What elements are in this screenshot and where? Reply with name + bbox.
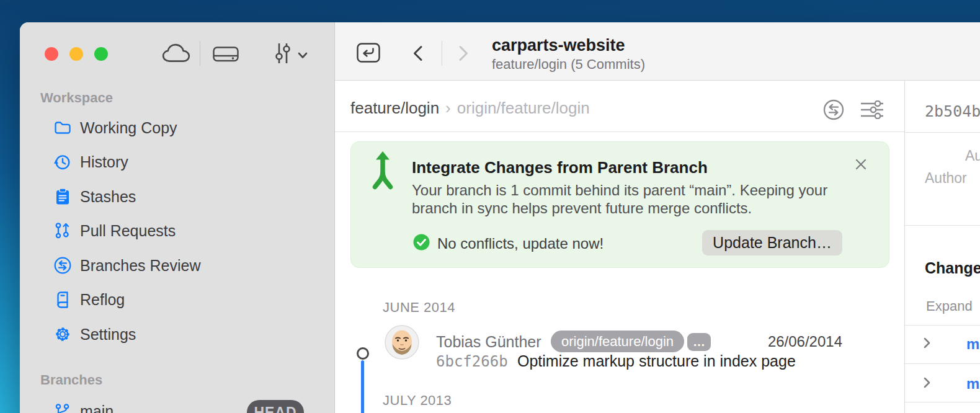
commit-author: Tobias Günther [436, 333, 541, 351]
branches-review-icon [53, 256, 72, 275]
timeline-node [357, 347, 369, 360]
nav-divider [442, 41, 442, 66]
avatar [385, 325, 419, 362]
reflog-book-icon [53, 290, 72, 309]
sidebar-item-stashes[interactable]: Stashes [45, 181, 318, 212]
history-pane: feature/login›origin/feature/login [335, 81, 904, 413]
repo-subtitle: feature/login (5 Commits) [492, 56, 645, 73]
banner-title: Integrate Changes from Parent Branch [412, 158, 708, 177]
chevron-right-icon[interactable] [924, 377, 930, 391]
sidebar-item-working-copy[interactable]: Working Copy [45, 112, 318, 143]
commit-detail-panel: 2b504b Author Author Changes Expand m m [904, 81, 980, 413]
back-button[interactable] [411, 45, 425, 64]
workspace-section-header: Workspace [40, 90, 113, 106]
integrate-banner: Integrate Changes from Parent Branch You… [350, 141, 889, 268]
more-refs-badge[interactable]: … [687, 333, 711, 351]
detail-author-label: Author [925, 170, 967, 187]
branch-name: main [80, 402, 114, 413]
zoom-window-button[interactable] [94, 47, 108, 61]
desktop: { "colors": { "accent_blue": "#107bfc", … [0, 0, 980, 413]
pull-request-icon [53, 221, 72, 240]
sidebar-item-label: Branches Review [80, 257, 201, 275]
filter-sliders-icon[interactable] [860, 100, 884, 122]
divider [905, 363, 980, 364]
sidebar-item-label: Stashes [80, 188, 136, 206]
sidebar-item-label: Working Copy [80, 119, 177, 137]
open-repository-icon[interactable] [357, 42, 380, 66]
sidebar-item-pull-requests[interactable]: Pull Requests [45, 215, 318, 246]
sidebar-item-settings[interactable]: Settings [45, 319, 318, 350]
sidebar-item-history[interactable]: History [45, 146, 318, 177]
branches-section-header: Branches [40, 372, 102, 388]
cloud-icon[interactable] [162, 43, 190, 66]
history-icon [53, 153, 72, 171]
check-circle-icon [413, 234, 430, 253]
repo-title: carparts-website [492, 36, 625, 55]
breadcrumb-tracking-branch[interactable]: origin/feature/login [457, 99, 590, 117]
app-window: Workspace Working Copy History [20, 22, 980, 413]
commit-hash: 6bcf266b [436, 353, 508, 370]
minimize-window-button[interactable] [69, 47, 83, 61]
head-badge: HEAD [247, 400, 304, 413]
sidebar-item-label: Settings [80, 326, 136, 344]
merge-up-icon [370, 151, 395, 198]
gear-icon [53, 325, 72, 344]
divider [905, 402, 980, 402]
changes-section-title: Changes [925, 259, 980, 277]
month-header: JUNE 2014 [383, 300, 455, 316]
forward-button[interactable] [456, 45, 471, 64]
divider [905, 225, 980, 226]
expand-all-link[interactable]: Expand [926, 298, 973, 314]
chevron-right-icon[interactable] [924, 337, 930, 351]
banner-body-line1: Your branch is 1 commit behind its paren… [412, 181, 827, 199]
branch-bar: feature/login›origin/feature/login [335, 81, 904, 132]
sidebar-item-label: History [80, 153, 128, 171]
breadcrumb-separator: › [445, 99, 451, 117]
close-window-button[interactable] [45, 47, 58, 61]
update-branch-button[interactable]: Update Branch… [702, 230, 842, 255]
banner-body-line2: branch in sync helps prevent future merg… [412, 199, 752, 217]
toolbar-divider [200, 41, 200, 66]
sidebar-item-branches-review[interactable]: Branches Review [45, 250, 318, 281]
timeline-line [361, 360, 364, 413]
changed-file-name[interactable]: m [966, 335, 979, 353]
ref-badge[interactable]: origin/feature/login [551, 331, 684, 352]
sidebar-item-reflog[interactable]: Reflog [45, 284, 318, 315]
month-header: JULY 2013 [383, 393, 452, 409]
changed-file-name[interactable]: m [966, 375, 979, 393]
close-icon[interactable] [855, 158, 867, 173]
banner-status-text: No conflicts, update now! [437, 235, 604, 252]
breadcrumb-current-branch[interactable]: feature/login [350, 99, 439, 117]
sidebar: Workspace Working Copy History [20, 22, 335, 413]
detail-author-label: Author [965, 148, 980, 164]
filters-icon[interactable] [273, 42, 293, 68]
breadcrumb: feature/login›origin/feature/login [350, 99, 590, 118]
sidebar-item-label: Pull Requests [80, 222, 176, 240]
toolbar: carparts-website feature/login (5 Commit… [335, 22, 980, 81]
commit-message: Optimize markup structure in index page [517, 352, 796, 370]
sidebar-item-label: Reflog [80, 291, 125, 309]
detail-commit-hash: 2b504b [925, 102, 980, 120]
divider [905, 132, 980, 133]
commit-date: 26/06/2014 [744, 333, 842, 350]
stash-clipboard-icon [53, 187, 72, 206]
local-drive-icon[interactable] [213, 43, 239, 67]
chevron-down-icon[interactable] [298, 50, 308, 61]
compare-branches-icon[interactable] [823, 99, 844, 123]
divider [905, 325, 980, 326]
folder-icon [53, 118, 72, 137]
branch-icon [53, 402, 72, 413]
